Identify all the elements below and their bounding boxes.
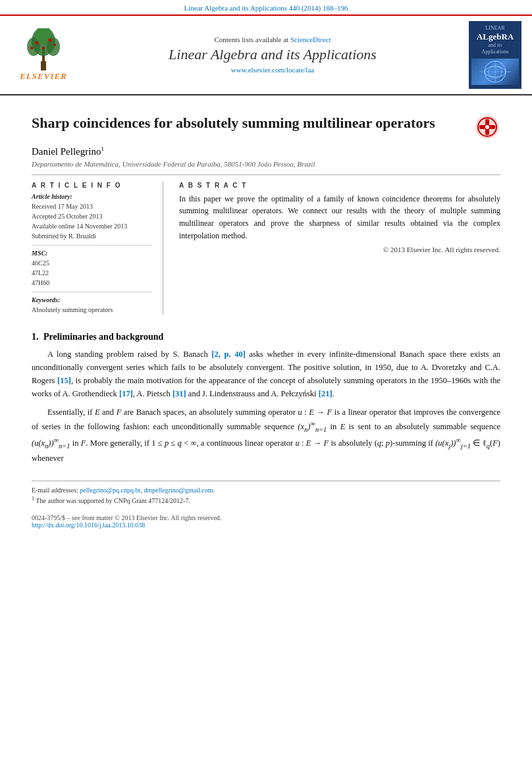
keywords-value: Absolutely summing operators xyxy=(32,305,152,315)
main-content: Sharp coincidences for absolutely summin… xyxy=(0,95,532,539)
footnote-area: E-mail addresses: pellegrino@pq.cnpq.br,… xyxy=(32,481,500,506)
svg-point-6 xyxy=(36,41,39,44)
ref-17[interactable]: [17] xyxy=(119,389,133,398)
journal-ref-text: Linear Algebra and its Applications 440 … xyxy=(184,4,348,12)
section-1-title: Preliminaries and background xyxy=(43,332,163,342)
cover-title-top: LINEAR xyxy=(471,25,519,32)
page-header: ELSEVIER Contents lists available at Sci… xyxy=(0,16,532,95)
email-2[interactable]: dmpellegrino@gmail.com xyxy=(144,487,213,494)
crossmark-icon xyxy=(474,114,500,140)
abstract-title: A B S T R A C T xyxy=(179,182,500,189)
svg-point-20 xyxy=(485,125,489,129)
article-submitted: Submitted by R. Brualdi xyxy=(32,231,152,241)
issn-line: 0024-3795/$ – see front matter © 2013 El… xyxy=(32,514,500,521)
svg-rect-0 xyxy=(41,61,46,70)
cover-title-sub2: Applications xyxy=(471,49,519,55)
body-paragraph-1: A long standing problem raised by S. Ban… xyxy=(32,348,500,400)
ref-15[interactable]: [15] xyxy=(57,376,71,385)
info-divider-1 xyxy=(32,245,152,246)
article-history-label: Article history: xyxy=(32,193,152,200)
article-columns: A R T I C L E I N F O Article history: R… xyxy=(32,174,500,315)
abstract-text: In this paper we prove the optimality of… xyxy=(179,193,500,242)
svg-point-7 xyxy=(49,38,52,41)
author-affiliation: Departamento de Matemática, Universidade… xyxy=(32,160,500,168)
msc-label: MSC: xyxy=(32,250,152,257)
svg-point-9 xyxy=(30,47,33,49)
abstract-col: A B S T R A C T In this paper we prove t… xyxy=(179,182,500,315)
ref-21[interactable]: [21] xyxy=(319,389,332,398)
article-received: Received 17 May 2013 xyxy=(32,201,152,211)
author-name: Daniel Pellegrino1 xyxy=(32,145,500,157)
page-footer: 0024-3795/$ – see front matter © 2013 El… xyxy=(32,514,500,529)
section-1-number: 1. xyxy=(32,332,39,342)
journal-cover: LINEAR ALgebRA and its Applications xyxy=(469,21,521,89)
elsevier-wordmark: ELSEVIER xyxy=(20,71,67,82)
ref-31[interactable]: [31] xyxy=(173,389,186,398)
svg-point-10 xyxy=(53,43,56,46)
note-footnote: 1 The author was supported by CNPq Grant… xyxy=(32,495,500,506)
paper-title-section: Sharp coincidences for absolutely summin… xyxy=(32,114,500,140)
article-info-title: A R T I C L E I N F O xyxy=(32,182,152,189)
journal-title: Linear Algebra and its Applications xyxy=(84,46,461,63)
cover-title-big: ALgebRA xyxy=(471,32,519,42)
contents-available-label: Contents lists available at ScienceDirec… xyxy=(84,36,461,43)
elsevier-logo: ELSEVIER xyxy=(11,28,76,82)
email-1[interactable]: pellegrino@pq.cnpq.br xyxy=(80,487,140,494)
svg-point-8 xyxy=(42,47,45,49)
cover-image xyxy=(471,59,519,85)
science-direct-link[interactable]: ScienceDirect xyxy=(290,36,331,43)
msc-values: 46C2547L2247H60 xyxy=(32,258,152,288)
section-1-heading: 1. Preliminaries and background xyxy=(32,327,500,342)
info-divider-2 xyxy=(32,292,152,292)
keywords-label: Keywords: xyxy=(32,296,152,303)
ref-2[interactable]: [2, p. 40] xyxy=(211,350,246,359)
email-footnote: E-mail addresses: pellegrino@pq.cnpq.br,… xyxy=(32,485,500,495)
article-accepted: Accepted 25 October 2013 xyxy=(32,211,152,221)
doi-link[interactable]: http://dx.doi.org/10.1016/j.laa.2013.10.… xyxy=(32,521,500,529)
body-paragraph-2: Essentially, if E and F are Banach space… xyxy=(32,406,500,465)
cover-title-sub: and its xyxy=(471,42,519,49)
journal-url[interactable]: www.elsevier.com/locate/laa xyxy=(84,66,461,74)
article-available: Available online 14 November 2013 xyxy=(32,221,152,231)
copyright-text: © 2013 Elsevier Inc. All rights reserved… xyxy=(179,246,500,253)
header-middle: Contents lists available at ScienceDirec… xyxy=(84,36,461,74)
article-info: A R T I C L E I N F O Article history: R… xyxy=(32,182,163,315)
paper-title: Sharp coincidences for absolutely summin… xyxy=(32,114,466,133)
journal-ref-bar: Linear Algebra and its Applications 440 … xyxy=(0,0,532,16)
elsevier-tree-icon xyxy=(17,28,70,71)
email-label: E-mail addresses: xyxy=(32,487,78,494)
